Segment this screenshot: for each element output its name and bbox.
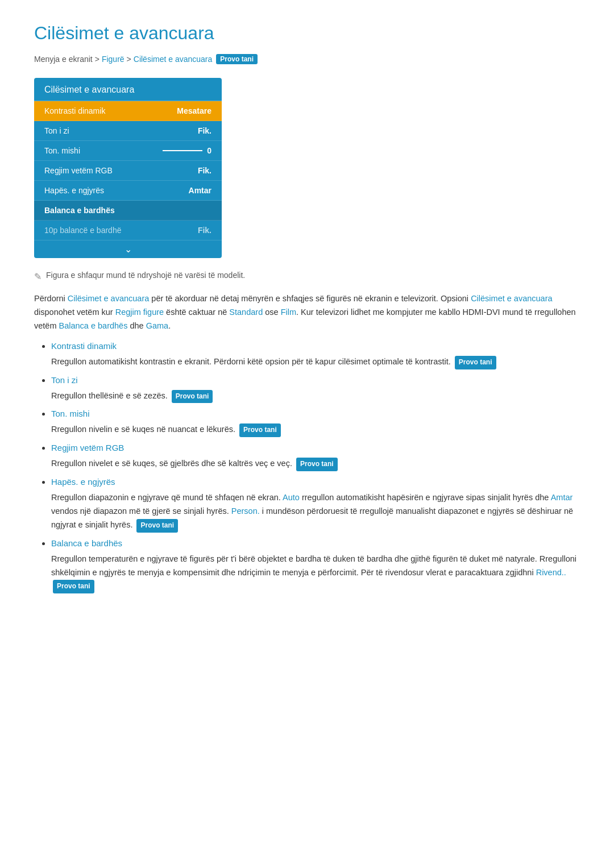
bullet-list-2: Ton i zi (34, 375, 580, 385)
menu-item-value: 0 (207, 146, 211, 155)
bullet-list-5: Hapës. e ngjyrës (34, 477, 580, 487)
link-ton-i-zi[interactable]: Ton i zi (51, 375, 78, 385)
menu-item-label: Hapës. e ngjyrës (44, 186, 104, 195)
menu-box: Cilësimet e avancuara Kontrasti dinamik … (34, 78, 222, 258)
menu-item-label: 10p balancë e bardhë (44, 226, 121, 235)
menu-item-label: Ton i zi (44, 126, 69, 135)
link-person[interactable]: Person. (231, 506, 260, 516)
breadcrumb-provo-tani-badge[interactable]: Provo tani (216, 54, 258, 64)
list-item-regjim-rgb: Regjim vetëm RGB (51, 443, 580, 452)
menu-item-value: Fik. (198, 126, 211, 135)
menu-item-value: Amtar (189, 186, 211, 195)
link-auto[interactable]: Auto (283, 493, 300, 502)
link-hapes-ngjyres[interactable]: Hapës. e ngjyrës (51, 477, 115, 487)
menu-item-label: Balanca e bardhës (44, 206, 115, 215)
breadcrumb-figure[interactable]: Figurë (102, 55, 125, 64)
link-regjim-figure[interactable]: Regjim figure (115, 308, 164, 317)
slider-line (163, 150, 202, 151)
menu-item-value: Mesatare (177, 106, 211, 115)
provo-tani-hapes[interactable]: Provo tani (136, 519, 178, 533)
provo-tani-kontrasti[interactable]: Provo tani (455, 356, 496, 369)
link-amtar[interactable]: Amtar (551, 493, 573, 502)
provo-tani-balanca[interactable]: Provo tani (53, 580, 94, 593)
menu-item-value: Fik. (198, 166, 211, 175)
menu-chevron[interactable]: ⌄ (34, 240, 222, 258)
intro-paragraph: Përdorni Cilësimet e avancuara për të ak… (34, 292, 580, 333)
link-kontrasti-dinamik[interactable]: Kontrasti dinamik (51, 341, 117, 351)
figure-note: ✎ Figura e shfaqur mund të ndryshojë në … (34, 271, 580, 282)
figure-note-text: Figura e shfaqur mund të ndryshojë në va… (46, 271, 245, 280)
chevron-down-icon: ⌄ (125, 244, 132, 254)
bullet-desc-ton-i-zi: Rregullon thellësinë e së zezës. Provo t… (34, 389, 580, 404)
link-rivend[interactable]: Rivend.. (536, 568, 566, 577)
menu-item-balanca-section[interactable]: Balanca e bardhës (34, 201, 222, 221)
link-regjim-vetem-rgb[interactable]: Regjim vetëm RGB (51, 443, 124, 452)
list-item-hapes-ngjyres: Hapës. e ngjyrës (51, 477, 580, 487)
menu-item-label: Regjim vetëm RGB (44, 166, 113, 175)
breadcrumb-menu: Menyja e ekranit (34, 55, 93, 64)
bullet-desc-balanca: Rregullon temperaturën e ngjyrave të fig… (34, 553, 580, 594)
menu-item-ton-i-zi[interactable]: Ton i zi Fik. (34, 121, 222, 141)
link-ton-mishi[interactable]: Ton. mishi (51, 409, 90, 418)
bullet-desc-regjim-rgb: Rregullon nivelet e së kuqes, së gjelbrë… (34, 457, 580, 471)
link-balanca-e-bardh[interactable]: Balanca e bardhës (59, 321, 128, 330)
list-item-ton-i-zi: Ton i zi (51, 375, 580, 385)
ton-mishi-slider: 0 (163, 146, 211, 155)
menu-item-10p-balance[interactable]: 10p balancë e bardhë Fik. (34, 221, 222, 240)
menu-item-label: Kontrasti dinamik (44, 106, 105, 115)
list-item-kontrasti: Kontrasti dinamik (51, 341, 580, 351)
link-cilesimet-avancuara-1[interactable]: Cilësimet e avancuara (68, 294, 149, 303)
bullet-desc-ton-mishi: Rregullon nivelin e së kuqes në nuancat … (34, 423, 580, 437)
provo-tani-ton-i-zi[interactable]: Provo tani (172, 390, 213, 404)
bullet-list-6: Balanca e bardhës (34, 538, 580, 548)
menu-item-ton-mishi[interactable]: Ton. mishi 0 (34, 141, 222, 161)
breadcrumb-sep2: > (127, 55, 131, 64)
bullet-list: Kontrasti dinamik (34, 341, 580, 351)
pencil-icon: ✎ (34, 271, 42, 282)
bullet-desc-kontrasti: Rregullon automatikisht kontrastin e ekr… (34, 355, 580, 369)
link-balanca-label[interactable]: Balanca e bardhës (51, 538, 122, 548)
bullet-desc-hapes-ngjyres: Rregullon diapazonin e ngjyrave që mund … (34, 491, 580, 533)
link-film[interactable]: Film (281, 308, 296, 317)
menu-item-value: Fik. (198, 226, 211, 235)
menu-box-title: Cilësimet e avancuara (34, 78, 222, 101)
menu-item-label: Ton. mishi (44, 146, 80, 155)
menu-item-kontrasti-dinamik[interactable]: Kontrasti dinamik Mesatare (34, 101, 222, 121)
page-title: Cilësimet e avancuara (34, 23, 580, 44)
link-standard[interactable]: Standard (229, 308, 263, 317)
bullet-list-3: Ton. mishi (34, 409, 580, 418)
list-item-ton-mishi: Ton. mishi (51, 409, 580, 418)
menu-item-regjim-vetem-rgb[interactable]: Regjim vetëm RGB Fik. (34, 161, 222, 181)
breadcrumb: Menyja e ekranit > Figurë > Cilësimet e … (34, 54, 580, 64)
bullet-list-4: Regjim vetëm RGB (34, 443, 580, 452)
provo-tani-ton-mishi[interactable]: Provo tani (239, 423, 281, 437)
menu-item-hapes-e-ngjyres[interactable]: Hapës. e ngjyrës Amtar (34, 181, 222, 201)
link-cilesimet-avancuara-2[interactable]: Cilësimet e avancuara (471, 294, 552, 303)
list-item-balanca: Balanca e bardhës (51, 538, 580, 548)
breadcrumb-cilesimet[interactable]: Cilësimet e avancuara (134, 55, 213, 64)
provo-tani-regjim-rgb[interactable]: Provo tani (296, 458, 338, 471)
link-gama[interactable]: Gama (146, 321, 169, 330)
breadcrumb-sep1: > (95, 55, 99, 64)
